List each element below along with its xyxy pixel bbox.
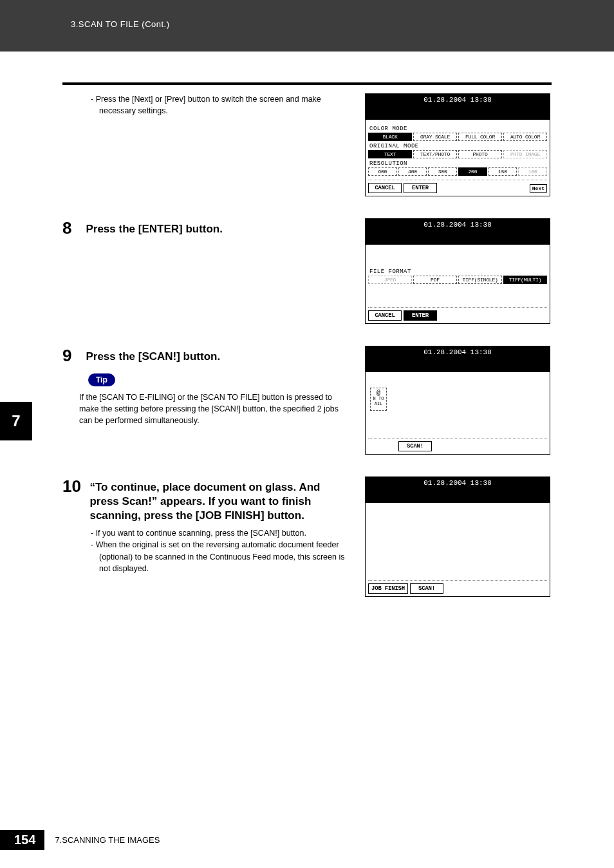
opt-tiff-multi[interactable]: TIFF(MULTI) [503, 276, 547, 284]
rule [62, 82, 552, 85]
scan-button[interactable]: SCAN! [410, 583, 443, 594]
screen-timestamp: 01.28.2004 13:38 [366, 346, 550, 372]
mail-destination-icon[interactable]: N TO AIL [370, 388, 387, 411]
screen-color-mode: 01.28.2004 13:38 COLOR MODE BLACK GRAY S… [365, 93, 550, 196]
enter-button[interactable]: ENTER [404, 183, 437, 193]
opt-400[interactable]: 400 [398, 167, 427, 176]
page-header: 3.SCAN TO FILE (Cont.) [0, 0, 614, 52]
screen-scan: 01.28.2004 13:38 N TO AIL SCAN! [365, 346, 550, 455]
tip-text: If the [SCAN TO E-FILING] or the [SCAN T… [79, 392, 349, 426]
bullet-list: - Press the [Next] or [Prev] button to s… [91, 93, 352, 117]
screen-file-format: 01.28.2004 13:38 FILE FORMAT JPEG PDF TI… [365, 218, 550, 324]
label-resolution: RESOLUTION [369, 160, 547, 167]
opt-150[interactable]: 150 [488, 167, 517, 176]
step-title: Press the [ENTER] button. [86, 218, 343, 236]
footer-chapter: 7.SCANNING THE IMAGES [55, 835, 160, 845]
screen-jobfinish: 01.28.2004 13:38 JOB FINISH SCAN! [365, 476, 550, 597]
step-title: Press the [SCAN!] button. [86, 346, 343, 364]
next-button[interactable]: Next [530, 184, 547, 193]
step-number: 8 [62, 218, 83, 238]
job-finish-button[interactable]: JOB FINISH [368, 583, 408, 594]
cancel-button[interactable]: CANCEL [368, 310, 402, 321]
scan-button[interactable]: SCAN! [398, 441, 432, 451]
opt-tiff-single[interactable]: TIFF(SINGLE) [458, 276, 502, 284]
tip-badge: Tip [88, 373, 115, 386]
opt-100: 100 [518, 167, 547, 176]
screen-timestamp: 01.28.2004 13:38 [366, 219, 550, 245]
screen-timestamp: 01.28.2004 13:38 [366, 477, 550, 503]
page-footer: 154 7.SCANNING THE IMAGES [0, 830, 160, 850]
opt-auto-color[interactable]: AUTO COLOR [503, 133, 547, 141]
opt-photo[interactable]: PHOTO [458, 150, 502, 158]
step-title: “To continue, place document on glass. A… [89, 476, 342, 522]
bullet: - Press the [Next] or [Prev] button to s… [91, 93, 352, 117]
breadcrumb: 3.SCAN TO FILE (Cont.) [71, 19, 170, 29]
opt-prtd-image: PRTD IMAGE [503, 150, 547, 158]
bullet: - When the original is set on the revers… [91, 539, 352, 574]
opt-600[interactable]: 600 [368, 167, 397, 176]
bullet: - If you want to continue scanning, pres… [91, 527, 352, 539]
enter-button[interactable]: ENTER [404, 310, 437, 321]
opt-pdf[interactable]: PDF [413, 276, 457, 284]
step-number: 10 [62, 476, 87, 496]
opt-text[interactable]: TEXT [368, 150, 412, 158]
opt-200[interactable]: 200 [458, 167, 487, 176]
label-original-mode: ORIGINAL MODE [369, 143, 547, 149]
label-file-format: FILE FORMAT [369, 269, 547, 275]
label-color-mode: COLOR MODE [369, 126, 547, 132]
opt-300[interactable]: 300 [428, 167, 457, 176]
content: - Press the [Next] or [Prev] button to s… [62, 93, 552, 619]
cancel-button[interactable]: CANCEL [368, 183, 402, 193]
step-number: 9 [62, 346, 83, 366]
opt-black[interactable]: BLACK [368, 133, 412, 141]
chapter-side-tab: 7 [0, 402, 32, 440]
screen-timestamp: 01.28.2004 13:38 [366, 94, 550, 120]
opt-full-color[interactable]: FULL COLOR [458, 133, 502, 141]
bullet-list: - If you want to continue scanning, pres… [91, 527, 352, 574]
opt-text-photo[interactable]: TEXT/PHOTO [413, 150, 457, 158]
opt-jpeg: JPEG [368, 276, 412, 284]
opt-gray-scale[interactable]: GRAY SCALE [413, 133, 457, 141]
page-number: 154 [0, 830, 44, 850]
